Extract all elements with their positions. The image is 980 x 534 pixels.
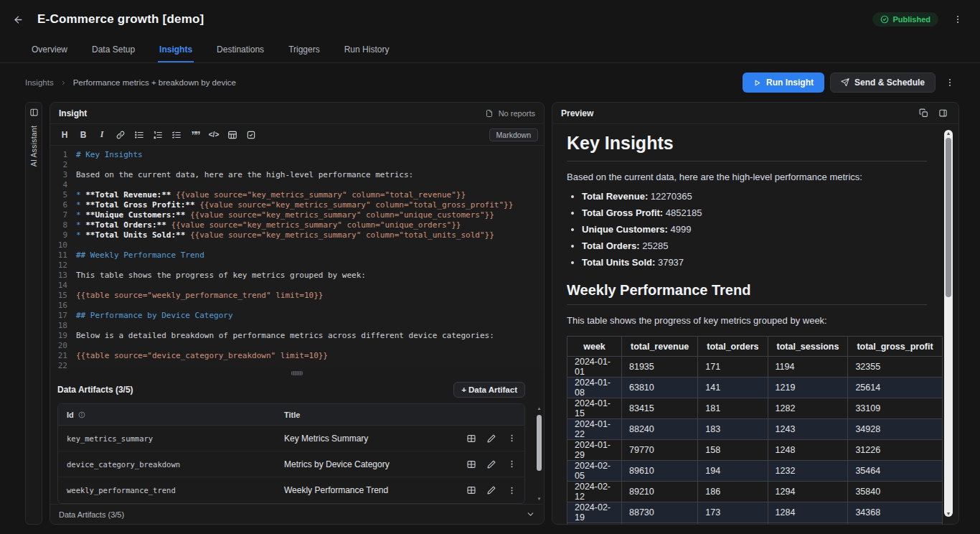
open-side-panel-button[interactable] bbox=[936, 106, 950, 121]
link-icon bbox=[116, 130, 126, 140]
ai-assistant-strip[interactable]: AI Assistant bbox=[25, 102, 42, 525]
artifacts-scrollbar[interactable]: ▲ ▼ bbox=[536, 406, 542, 501]
toolbar-italic-button[interactable]: I bbox=[93, 127, 110, 143]
line-number: 14 bbox=[50, 281, 76, 291]
scroll-down-icon[interactable]: ▼ bbox=[944, 511, 953, 516]
tab-insights[interactable]: Insights bbox=[158, 39, 194, 62]
toolbar-checkbox-button[interactable] bbox=[242, 127, 260, 143]
toolbar-task-list-button[interactable] bbox=[168, 127, 185, 143]
code-editor[interactable]: 1# Key Insights23Based on the current da… bbox=[50, 146, 544, 369]
scroll-down-icon[interactable]: ▼ bbox=[536, 497, 542, 501]
app-window: E-Commerce growth [demo] Published Overv… bbox=[0, 0, 980, 534]
send-schedule-button[interactable]: Send & Schedule bbox=[830, 72, 936, 93]
view-data-button[interactable] bbox=[464, 457, 479, 472]
checkbox-icon bbox=[246, 130, 256, 140]
file-icon bbox=[485, 109, 494, 118]
run-insight-button[interactable]: Run Insight bbox=[743, 72, 824, 93]
heading-icon: H bbox=[62, 130, 68, 140]
table-cell: 2024-02-19 bbox=[567, 502, 622, 523]
table-cell: 141 bbox=[698, 378, 768, 398]
breadcrumb-row: Insights Performance metrics + breakdown… bbox=[0, 63, 980, 102]
tab-destinations[interactable]: Destinations bbox=[215, 39, 265, 62]
table-cell: 1219 bbox=[768, 378, 848, 398]
table-cell: 2024-02-05 bbox=[567, 461, 622, 482]
line-number: 11 bbox=[50, 250, 76, 261]
table-cell: 1232 bbox=[768, 461, 848, 482]
table-cell: 2024-01-22 bbox=[567, 419, 622, 440]
unordered-list-icon bbox=[134, 130, 144, 140]
pencil-button[interactable] bbox=[484, 431, 499, 446]
toolbar-ordered-list-button[interactable] bbox=[149, 127, 166, 143]
column-header: total_sessions bbox=[768, 337, 848, 357]
resize-grip[interactable] bbox=[291, 371, 303, 375]
code-line: 16 bbox=[50, 301, 544, 311]
toolbar-unordered-list-button[interactable] bbox=[131, 127, 148, 143]
scroll-up-icon[interactable]: ▲ bbox=[536, 406, 542, 411]
toolbar-code-button[interactable]: </> bbox=[205, 127, 222, 143]
task-list-icon bbox=[171, 130, 182, 140]
scrollbar-thumb[interactable] bbox=[537, 415, 542, 471]
code-line: 10 bbox=[50, 240, 544, 250]
pencil-icon bbox=[486, 485, 496, 495]
table-cell: 25614 bbox=[848, 378, 942, 398]
add-data-artifact-button[interactable]: + Data Artifact bbox=[453, 382, 525, 398]
metric-label: Total Orders: bbox=[582, 240, 640, 251]
scrollbar-thumb[interactable] bbox=[946, 138, 951, 297]
toolbar-heading-button[interactable]: H bbox=[56, 127, 73, 143]
table-row: 2024-01-0181935171119432355 bbox=[567, 357, 943, 378]
table-cell: 158 bbox=[698, 440, 768, 461]
toolbar-table-button[interactable] bbox=[224, 127, 241, 143]
artifacts-table: Id Title key_metrics_summaryKey Metrics … bbox=[57, 403, 525, 504]
artifacts-footer-bar[interactable]: Data Artifacts (3/5) bbox=[50, 504, 544, 524]
toolbar-bold-button[interactable]: B bbox=[75, 127, 92, 143]
kebab-icon bbox=[507, 459, 517, 469]
kebab-button[interactable] bbox=[504, 457, 519, 472]
table-cell: 32355 bbox=[848, 357, 942, 378]
pencil-button[interactable] bbox=[484, 457, 499, 472]
breadcrumb-menu-button[interactable] bbox=[941, 74, 958, 91]
tab-triggers[interactable]: Triggers bbox=[287, 39, 321, 62]
code-line: 1# Key Insights bbox=[50, 150, 544, 160]
tab-data-setup[interactable]: Data Setup bbox=[90, 39, 136, 62]
view-data-icon bbox=[466, 485, 476, 495]
view-data-button[interactable] bbox=[464, 483, 479, 497]
preview-paragraph: Based on the current data, here are the … bbox=[567, 172, 927, 182]
toolbar-quote-button[interactable]: ”” bbox=[187, 127, 204, 143]
tab-overview[interactable]: Overview bbox=[30, 39, 69, 62]
table-cell: 171 bbox=[698, 357, 768, 378]
view-data-button[interactable] bbox=[464, 431, 479, 446]
line-number: 20 bbox=[50, 341, 76, 351]
line-number: 17 bbox=[50, 311, 76, 321]
kebab-button[interactable] bbox=[504, 431, 519, 446]
back-button[interactable] bbox=[10, 11, 26, 27]
markdown-mode-badge[interactable]: Markdown bbox=[489, 128, 538, 141]
pencil-button[interactable] bbox=[484, 483, 499, 497]
line-number: 5 bbox=[50, 190, 76, 200]
table-cell: 1309 bbox=[768, 523, 848, 525]
preview-scrollbar[interactable]: ▲ ▼ bbox=[944, 130, 953, 517]
chevron-down-icon[interactable] bbox=[526, 510, 535, 519]
metric-label: Total Gross Profit: bbox=[582, 207, 663, 218]
data-artifacts-section: Data Artifacts (3/5) + Data Artifact Id bbox=[50, 376, 544, 504]
table-cell: 1194 bbox=[768, 357, 848, 378]
scroll-up-icon[interactable]: ▲ bbox=[944, 131, 953, 136]
column-header: total_revenue bbox=[622, 337, 698, 357]
artifact-row[interactable]: device_category_breakdownMetrics by Devi… bbox=[58, 451, 524, 477]
code-line: 12 bbox=[50, 261, 544, 271]
status-badge[interactable]: Published bbox=[872, 12, 938, 27]
table-cell: 79770 bbox=[622, 440, 698, 461]
tab-run-history[interactable]: Run History bbox=[343, 39, 391, 62]
artifact-row[interactable]: key_metrics_summaryKey Metrics Summary bbox=[58, 426, 524, 451]
column-header: week bbox=[567, 337, 622, 357]
kebab-button[interactable] bbox=[504, 483, 519, 497]
code-line: 22 bbox=[50, 361, 544, 369]
header-menu-button[interactable] bbox=[953, 14, 963, 24]
breadcrumb-parent[interactable]: Insights bbox=[25, 78, 54, 87]
copy-button[interactable] bbox=[916, 106, 930, 121]
metric-value: 37937 bbox=[655, 257, 684, 268]
table-row: 2024-01-0863810141121925614 bbox=[567, 378, 943, 398]
metric-value: 4999 bbox=[668, 224, 692, 235]
toolbar-link-button[interactable] bbox=[112, 127, 129, 143]
list-item: Total Orders: 25285 bbox=[582, 240, 927, 251]
artifact-row[interactable]: weekly_performance_trendWeekly Performan… bbox=[58, 477, 524, 503]
